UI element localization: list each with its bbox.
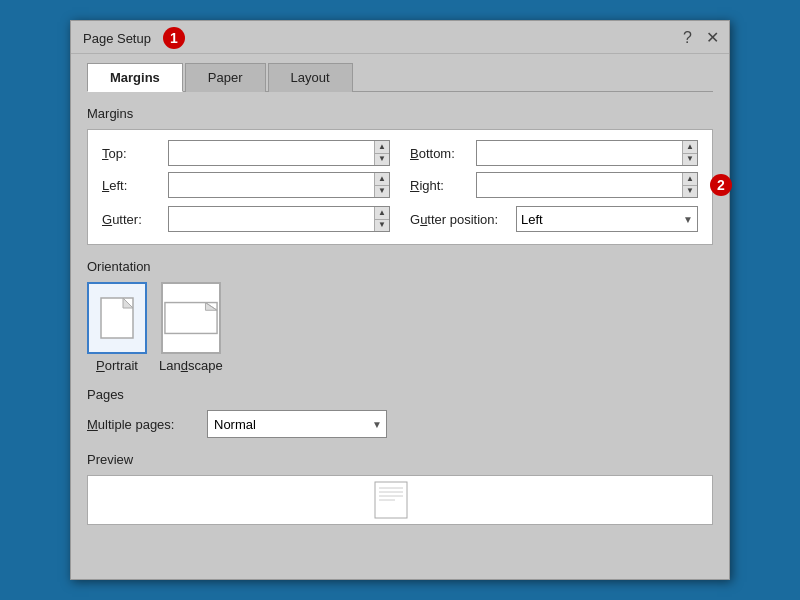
badge-1: 1	[163, 27, 185, 49]
preview-label: Preview	[87, 452, 713, 467]
tab-bar: Margins Paper Layout	[87, 62, 713, 92]
page-setup-dialog: Page Setup 1 ? ✕ Margins Paper Layout Ma…	[70, 20, 730, 580]
gutter-spin-up[interactable]: ▲	[375, 207, 389, 220]
top-spin-down[interactable]: ▼	[375, 154, 389, 166]
bottom-spinner: 2 ▲ ▼	[476, 140, 698, 166]
multiple-pages-label: Multiple pages:	[87, 417, 197, 432]
portrait-page-icon	[99, 296, 135, 340]
gutter-spinner: 0 cm ▲ ▼	[168, 206, 390, 232]
dialog-body: Margins Paper Layout Margins Top: 2 ▲ ▼	[71, 54, 729, 579]
left-spinner-buttons: ▲ ▼	[374, 173, 389, 197]
close-button[interactable]: ✕	[706, 30, 719, 46]
orientation-options: Portrait Landscape	[87, 282, 713, 373]
bottom-field-row: Bottom: 2 ▲ ▼	[410, 140, 698, 166]
multiple-pages-select[interactable]: NormalMirror margins2 pages per sheetBoo…	[208, 411, 368, 437]
right-input[interactable]: 1.5	[477, 173, 682, 197]
right-field-row: Right: 1.5 ▲ ▼ 2	[410, 172, 698, 198]
right-spin-down[interactable]: ▼	[683, 186, 697, 198]
gutter-row: Gutter: 0 cm ▲ ▼ Gutter position: Left	[102, 206, 698, 232]
gutter-pos-select-wrap: Left Top ▼	[516, 206, 698, 232]
gutter-field: Gutter: 0 cm ▲ ▼	[102, 206, 390, 232]
bottom-input[interactable]: 2	[477, 141, 682, 165]
gutter-pos-chevron-icon: ▼	[679, 214, 697, 225]
top-input[interactable]: 2	[169, 141, 374, 165]
right-spin-up[interactable]: ▲	[683, 173, 697, 186]
landscape-label: Landscape	[159, 358, 223, 373]
top-spin-up[interactable]: ▲	[375, 141, 389, 154]
orientation-section: Orientation Portrait	[87, 259, 713, 373]
gutter-spinner-buttons: ▲ ▼	[374, 207, 389, 231]
multiple-pages-select-wrap: NormalMirror margins2 pages per sheetBoo…	[207, 410, 387, 438]
orientation-portrait[interactable]: Portrait	[87, 282, 147, 373]
help-button[interactable]: ?	[683, 30, 692, 46]
left-spin-down[interactable]: ▼	[375, 186, 389, 198]
left-input[interactable]: 3	[169, 173, 374, 197]
left-spinner: 3 ▲ ▼	[168, 172, 390, 198]
left-label: Left:	[102, 178, 162, 193]
top-spinner: 2 ▲ ▼	[168, 140, 390, 166]
landscape-icon-box	[161, 282, 221, 354]
gutter-pos-select[interactable]: Left Top	[517, 207, 679, 231]
right-spinner: 1.5 ▲ ▼	[476, 172, 698, 198]
right-label: Right:	[410, 178, 470, 193]
title-bar-left: Page Setup 1	[83, 27, 185, 49]
orientation-label: Orientation	[87, 259, 713, 274]
bottom-spin-down[interactable]: ▼	[683, 154, 697, 166]
margins-box: Top: 2 ▲ ▼ Bottom: 2 ▲	[87, 129, 713, 245]
gutter-spin-down[interactable]: ▼	[375, 220, 389, 232]
left-field-row: Left: 3 ▲ ▼	[102, 172, 390, 198]
gutter-input[interactable]: 0 cm	[169, 207, 374, 231]
title-bar-right: ? ✕	[683, 30, 719, 46]
pages-section: Pages Multiple pages: NormalMirror margi…	[87, 387, 713, 438]
gutter-pos-field: Gutter position: Left Top ▼	[410, 206, 698, 232]
title-bar: Page Setup 1 ? ✕	[71, 21, 729, 54]
tab-paper[interactable]: Paper	[185, 63, 266, 92]
portrait-icon-box	[87, 282, 147, 354]
top-field-row: Top: 2 ▲ ▼	[102, 140, 390, 166]
left-spin-up[interactable]: ▲	[375, 173, 389, 186]
portrait-label: Portrait	[96, 358, 138, 373]
tab-margins[interactable]: Margins	[87, 63, 183, 92]
preview-page-svg	[370, 480, 430, 520]
right-spinner-buttons: ▲ ▼	[682, 173, 697, 197]
multiple-pages-chevron-icon: ▼	[368, 419, 386, 430]
bottom-spinner-buttons: ▲ ▼	[682, 141, 697, 165]
pages-row: Multiple pages: NormalMirror margins2 pa…	[87, 410, 713, 438]
tab-layout[interactable]: Layout	[268, 63, 353, 92]
top-spinner-buttons: ▲ ▼	[374, 141, 389, 165]
bottom-spin-up[interactable]: ▲	[683, 141, 697, 154]
badge-2: 2	[710, 174, 732, 196]
dialog-title: Page Setup	[83, 31, 151, 46]
bottom-label: Bottom:	[410, 146, 470, 161]
gutter-label: Gutter:	[102, 212, 162, 227]
landscape-page-icon	[163, 296, 219, 340]
pages-label: Pages	[87, 387, 713, 402]
orientation-landscape[interactable]: Landscape	[159, 282, 223, 373]
gutter-pos-label: Gutter position:	[410, 212, 510, 227]
top-label: Top:	[102, 146, 162, 161]
margins-section-label: Margins	[87, 106, 713, 121]
margins-grid: Top: 2 ▲ ▼ Bottom: 2 ▲	[102, 140, 698, 198]
preview-box	[87, 475, 713, 525]
preview-section: Preview	[87, 452, 713, 525]
